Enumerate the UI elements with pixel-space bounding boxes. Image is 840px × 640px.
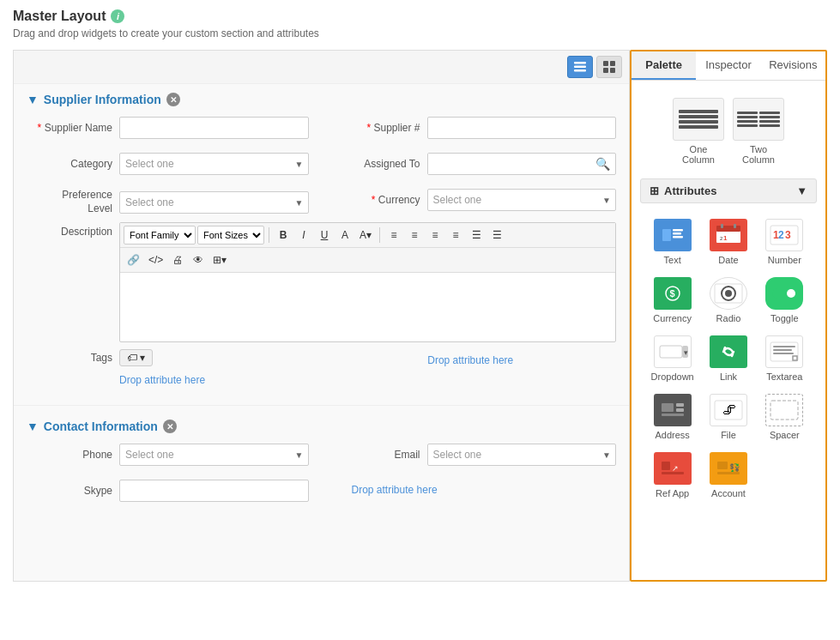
right-drop-area: Drop attribute here (325, 349, 617, 371)
list2-button[interactable]: ☰ (487, 226, 506, 245)
italic-button[interactable]: I (294, 226, 313, 245)
supplier-section-header[interactable]: ▼ Supplier Information ✕ (27, 93, 616, 106)
tab-inspector[interactable]: Inspector (696, 51, 760, 80)
contact-right-col: Email Select one ▼ Drop attribute here (335, 444, 617, 509)
attr-number[interactable]: 123 Number (759, 215, 810, 269)
supplier-name-label: Supplier Name (27, 122, 112, 134)
svg-rect-16 (734, 224, 736, 228)
svg-rect-10 (673, 232, 681, 235)
two-column-widget[interactable]: TwoColumn (733, 98, 784, 165)
justify-button[interactable]: ≡ (446, 226, 465, 245)
supplier-name-row: Supplier Name (27, 117, 309, 139)
supplier-name-input[interactable] (119, 117, 309, 139)
highlight-button[interactable]: A▾ (356, 226, 375, 245)
file-icon: 🖇 (710, 394, 747, 426)
category-select[interactable]: Select one (119, 153, 309, 175)
currency-select[interactable]: Select one (427, 189, 617, 211)
attr-link[interactable]: Link (703, 332, 753, 385)
contact-form-grid: Phone Select one ▼ Skype (27, 444, 616, 509)
svg-rect-9 (673, 229, 683, 232)
supplier-form-grid: Supplier Name Category Select one ▼ (27, 117, 616, 222)
font-size-select[interactable]: Font Sizes (197, 226, 264, 245)
svg-point-28 (725, 290, 732, 297)
svg-rect-43 (676, 403, 684, 407)
contact-close-button[interactable]: ✕ (163, 420, 177, 433)
text-icon (654, 219, 692, 251)
font-color-button[interactable]: A (335, 226, 354, 245)
link-editor-button[interactable]: 🔗 (124, 251, 143, 269)
attr-address[interactable]: Address (647, 390, 698, 444)
supplier-num-label: Supplier # (335, 122, 420, 134)
supplier-left-col: Supplier Name Category Select one ▼ (27, 117, 309, 222)
attr-toggle[interactable]: Toggle (759, 274, 810, 327)
svg-rect-41 (662, 403, 674, 412)
svg-text:2: 2 (778, 229, 784, 241)
skype-row: Skype (27, 480, 309, 502)
contact-drop-label: Drop attribute here (352, 479, 438, 501)
assigned-to-input[interactable] (428, 154, 591, 174)
assigned-to-search-icon[interactable]: 🔍 (590, 157, 615, 171)
attr-text[interactable]: Text (647, 215, 698, 269)
attr-file[interactable]: 🖇 File (703, 390, 753, 444)
single-view-button[interactable] (567, 56, 593, 78)
supplier-chevron: ▼ (27, 93, 39, 106)
drop-attribute-label-bottom: Drop attribute here (119, 369, 205, 391)
contact-drop-zone[interactable]: Drop attribute here (335, 483, 617, 496)
preference-level-row: PreferenceLevel Select one ▼ (27, 189, 309, 215)
email-select-wrap: Select one ▼ (427, 444, 617, 466)
svg-text:▾: ▾ (683, 348, 687, 357)
svg-rect-2 (574, 69, 586, 72)
attr-currency[interactable]: $ Currency (647, 274, 698, 327)
attr-refapp[interactable]: ↗ Ref App (647, 449, 698, 502)
contact-chevron: ▼ (27, 420, 39, 433)
tags-arrow: ▾ (140, 352, 145, 364)
svg-rect-55 (717, 472, 740, 474)
attr-spacer[interactable]: Spacer (759, 390, 810, 444)
svg-rect-49 (662, 462, 670, 470)
email-select[interactable]: Select one (427, 444, 617, 466)
supplier-num-input[interactable] (427, 117, 617, 139)
svg-point-30 (787, 289, 795, 298)
svg-rect-14 (716, 226, 740, 232)
code-button[interactable]: </> (145, 251, 166, 269)
phone-select[interactable]: Select one (119, 444, 309, 466)
attr-radio[interactable]: Radio (703, 274, 753, 327)
preview-button[interactable]: 👁 (189, 251, 208, 269)
table-button[interactable]: ⊞▾ (209, 251, 230, 269)
tags-drop-zone[interactable]: Drop attribute here (119, 373, 205, 386)
tags-button[interactable]: 🏷 ▾ (119, 349, 153, 366)
attributes-icon: ⊞ (650, 184, 659, 197)
underline-button[interactable]: U (315, 226, 334, 245)
align-left-button[interactable]: ≡ (384, 226, 403, 245)
tab-palette[interactable]: Palette (632, 51, 696, 80)
grid-view-button[interactable] (596, 56, 622, 78)
attr-account[interactable]: 💱 Account (703, 449, 753, 502)
attr-date[interactable]: 12 Date (703, 215, 753, 269)
align-right-button[interactable]: ≡ (426, 226, 444, 245)
attr-textarea[interactable]: Textarea (759, 332, 810, 385)
tag-icon: 🏷 (127, 352, 137, 364)
panel-tabs: Palette Inspector Revisions (632, 51, 825, 81)
print-button[interactable]: 🖨 (168, 251, 187, 269)
editor-content[interactable] (120, 273, 615, 341)
one-column-widget[interactable]: OneColumn (673, 98, 724, 165)
svg-rect-6 (610, 68, 615, 73)
toolbar-sep-2 (379, 227, 380, 243)
preference-level-select-wrap: Select one ▼ (119, 191, 309, 214)
skype-label: Skype (27, 485, 112, 497)
info-icon[interactable]: i (111, 9, 124, 23)
contact-section: ▼ Contact Information ✕ Phone Select one (14, 411, 629, 517)
bold-button[interactable]: B (274, 226, 293, 245)
preference-level-select[interactable]: Select one (119, 191, 309, 214)
attributes-section-header[interactable]: ⊞ Attributes ▼ (640, 178, 817, 203)
font-family-select[interactable]: Font Family (124, 226, 196, 245)
assigned-to-search-wrap: 🔍 (427, 153, 617, 175)
list-button[interactable]: ☰ (467, 226, 486, 245)
skype-input[interactable] (119, 480, 309, 502)
supplier-close-button[interactable]: ✕ (166, 93, 180, 106)
tab-revisions[interactable]: Revisions (761, 51, 825, 80)
description-row: Description Font Family Font Sizes B I (27, 222, 616, 342)
align-center-button[interactable]: ≡ (405, 226, 424, 245)
attr-dropdown[interactable]: ▾ Dropdown (647, 332, 698, 385)
contact-section-header[interactable]: ▼ Contact Information ✕ (27, 420, 616, 433)
